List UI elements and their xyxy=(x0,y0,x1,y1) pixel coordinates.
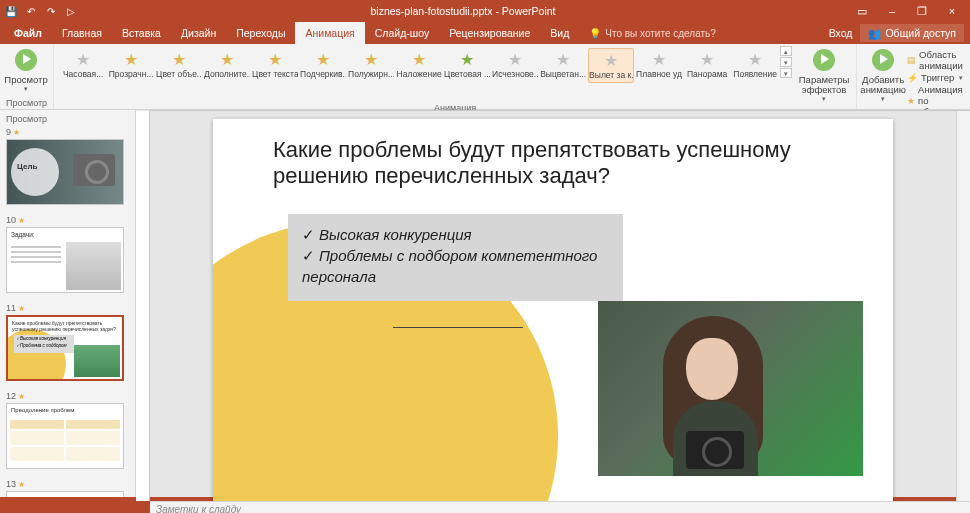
tab-slideshow[interactable]: Слайд-шоу xyxy=(365,22,439,44)
animation-indicator-icon: ★ xyxy=(18,480,25,489)
thumbnail-11[interactable]: 11★ Какие проблемы будут препятствоватьу… xyxy=(6,303,129,381)
animation-effect-item[interactable]: ★Появление xyxy=(732,48,778,83)
tab-design[interactable]: Дизайн xyxy=(171,22,226,44)
group-advanced-animation: Добавить анимацию ▾ ▤ Область анимации ⚡… xyxy=(857,44,970,109)
checkmark-icon: ✓ xyxy=(302,226,315,243)
animation-pane-icon: ▤ xyxy=(907,55,916,66)
star-icon: ★ xyxy=(650,50,668,68)
animation-effect-item[interactable]: ★Плавное уд... xyxy=(636,48,682,83)
tab-transitions[interactable]: Переходы xyxy=(226,22,295,44)
star-icon: ★ xyxy=(506,50,524,68)
tell-me-search[interactable]: 💡 Что вы хотите сделать? xyxy=(589,28,716,39)
animation-effect-item[interactable]: ★Полужирн... xyxy=(348,48,394,83)
tab-file[interactable]: Файл xyxy=(4,22,52,44)
animation-effect-item[interactable]: ★Исчезнове... xyxy=(492,48,538,83)
star-icon: ★ xyxy=(362,50,380,68)
tab-view[interactable]: Вид xyxy=(540,22,579,44)
vertical-scrollbar[interactable] xyxy=(956,111,970,501)
minimize-button[interactable]: – xyxy=(878,2,906,20)
group-animation: ★Часовая...★Прозрачн...★Цвет объе...★Доп… xyxy=(54,44,857,109)
animation-indicator-icon: ★ xyxy=(13,128,20,137)
tab-animations[interactable]: Анимация xyxy=(295,22,364,44)
restore-button[interactable]: ❐ xyxy=(908,2,936,20)
animation-painter-icon: ★ xyxy=(907,95,915,106)
effect-options-icon xyxy=(813,49,835,71)
redo-icon[interactable]: ↷ xyxy=(44,4,58,18)
chevron-down-icon: ▾ xyxy=(24,85,28,93)
trigger-button[interactable]: ⚡ Триггер▾ xyxy=(907,72,966,83)
current-slide[interactable]: Какие проблемы будут препятствовать успе… xyxy=(213,119,893,501)
gallery-scroll[interactable]: ▴ ▾ ▾ xyxy=(780,46,792,78)
vertical-ruler[interactable] xyxy=(136,111,150,501)
star-icon: ★ xyxy=(746,50,764,68)
slide-stage[interactable]: Какие проблемы будут препятствовать успе… xyxy=(150,111,956,501)
animation-effect-item[interactable]: ★Панорама xyxy=(684,48,730,83)
animation-indicator-icon: ★ xyxy=(18,216,25,225)
animation-effect-item[interactable]: ★Цветовая ... xyxy=(444,48,490,83)
animation-pane-button[interactable]: ▤ Область анимации xyxy=(907,49,966,71)
gallery-expand-icon[interactable]: ▾ xyxy=(780,68,792,78)
tab-review[interactable]: Рецензирование xyxy=(439,22,540,44)
thumbnail-13[interactable]: 13★ Что значит конкурентоспособность? xyxy=(6,479,129,497)
checkmark-icon: ✓ xyxy=(302,247,315,264)
divider-line[interactable] xyxy=(393,327,523,328)
star-icon: ★ xyxy=(554,50,572,68)
title-bar: 💾 ↶ ↷ ▷ biznes-plan-fotostudii.pptx - Po… xyxy=(0,0,970,22)
slide-title[interactable]: Какие проблемы будут препятствовать успе… xyxy=(273,137,853,189)
group-label: Просмотр xyxy=(6,98,47,109)
animation-effect-item[interactable]: ★Наложение xyxy=(396,48,442,83)
slide-photo[interactable] xyxy=(598,301,863,476)
share-button[interactable]: 👥 Общий доступ xyxy=(860,24,964,42)
close-button[interactable]: × xyxy=(938,2,966,20)
signin-link[interactable]: Вход xyxy=(829,27,853,39)
play-icon xyxy=(15,49,37,71)
bullet-textbox[interactable]: ✓Высокая конкуренция ✓Проблемы с подборо… xyxy=(288,214,623,301)
animation-effect-item[interactable]: ★Подчеркив... xyxy=(300,48,346,83)
thumbnail-12[interactable]: 12★ Преодоление проблем xyxy=(6,391,129,469)
chevron-down-icon: ▾ xyxy=(822,95,826,103)
chevron-down-icon: ▾ xyxy=(881,95,885,103)
animation-effect-item[interactable]: ★Часовая... xyxy=(60,48,106,83)
share-icon: 👥 xyxy=(868,27,881,40)
star-icon: ★ xyxy=(458,50,476,68)
ribbon-display-options-icon[interactable]: ▭ xyxy=(848,2,876,20)
animation-effect-item[interactable]: ★Цвет объе... xyxy=(156,48,202,83)
animation-effect-item[interactable]: ★Вылет за к... xyxy=(588,48,634,83)
thumbnail-9[interactable]: 9★ Цель xyxy=(6,127,129,205)
quick-access-toolbar: 💾 ↶ ↷ ▷ xyxy=(4,4,78,18)
scroll-down-icon[interactable]: ▾ xyxy=(780,57,792,67)
preview-button[interactable]: Просмотр ▾ xyxy=(6,46,46,93)
add-animation-button[interactable]: Добавить анимацию ▾ xyxy=(863,46,903,103)
undo-icon[interactable]: ↶ xyxy=(24,4,38,18)
window-title: biznes-plan-fotostudii.pptx - PowerPoint xyxy=(78,5,848,17)
start-from-beginning-icon[interactable]: ▷ xyxy=(64,4,78,18)
star-icon: ★ xyxy=(698,50,716,68)
thumbnail-10[interactable]: 10★ Задачи: xyxy=(6,215,129,293)
star-icon: ★ xyxy=(410,50,428,68)
add-animation-icon xyxy=(872,49,894,71)
scroll-up-icon[interactable]: ▴ xyxy=(780,46,792,56)
group-preview: Просмотр ▾ Просмотр xyxy=(0,44,54,109)
tab-insert[interactable]: Вставка xyxy=(112,22,171,44)
ribbon-tabs: Файл Главная Вставка Дизайн Переходы Ани… xyxy=(0,22,970,44)
star-icon: ★ xyxy=(266,50,284,68)
star-icon: ★ xyxy=(314,50,332,68)
animation-effect-item[interactable]: ★Цвет текста xyxy=(252,48,298,83)
slide-canvas-area: Какие проблемы будут препятствовать успе… xyxy=(136,110,970,497)
animation-effect-item[interactable]: ★Выцветан... xyxy=(540,48,586,83)
effect-options-button[interactable]: Параметры эффектов ▾ xyxy=(798,46,850,103)
star-icon: ★ xyxy=(218,50,236,68)
star-icon: ★ xyxy=(74,50,92,68)
slide-thumbnails-panel[interactable]: Просмотр 9★ Цель 10★ Задачи: 11★ Какие п… xyxy=(0,110,136,497)
tell-me-placeholder: Что вы хотите сделать? xyxy=(605,28,716,39)
star-icon: ★ xyxy=(170,50,188,68)
tab-home[interactable]: Главная xyxy=(52,22,112,44)
star-icon: ★ xyxy=(602,51,620,69)
notes-pane[interactable]: Заметки к слайду xyxy=(150,501,970,513)
animation-effect-item[interactable]: ★Дополните... xyxy=(204,48,250,83)
animation-gallery[interactable]: ★Часовая...★Прозрачн...★Цвет объе...★Доп… xyxy=(60,46,778,83)
animation-effect-item[interactable]: ★Прозрачн... xyxy=(108,48,154,83)
save-icon[interactable]: 💾 xyxy=(4,4,18,18)
ribbon: Просмотр ▾ Просмотр ★Часовая...★Прозрачн… xyxy=(0,44,970,110)
trigger-icon: ⚡ xyxy=(907,72,918,83)
